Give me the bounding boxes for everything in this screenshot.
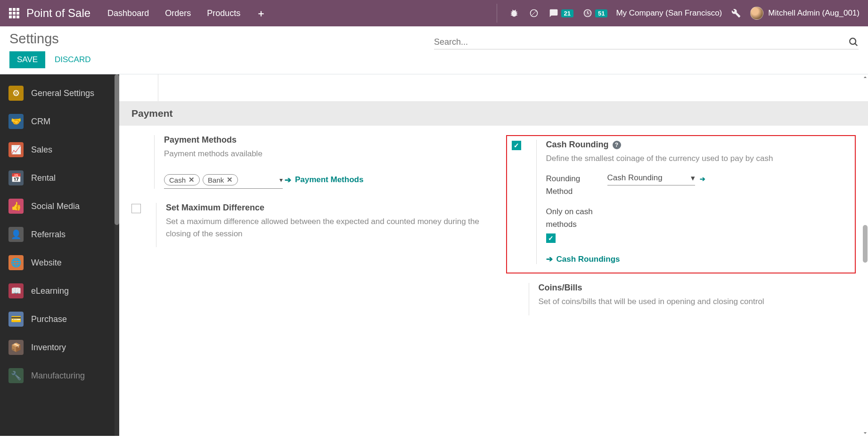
avatar <box>750 7 763 20</box>
book-icon: 📖 <box>8 283 24 298</box>
save-button[interactable]: SAVE <box>9 51 45 68</box>
link-label: Cash Roundings <box>557 255 620 264</box>
label-rounding-method: Rounding Method <box>546 172 598 198</box>
nav-divider <box>497 4 497 23</box>
top-nav: Point of Sale Dashboard Orders Products … <box>0 0 868 26</box>
sidebar-item-label: Manufacturing <box>31 371 85 381</box>
setting-title: Payment Methods <box>164 135 482 145</box>
setting-body: Cash Rounding ? Define the smallest coin… <box>536 140 851 264</box>
sidebar-item-label: CRM <box>31 117 50 127</box>
setting-body: Payment Methods Payment methods availabl… <box>154 135 482 189</box>
settings-main: Payment Payment Methods Payment methods … <box>119 74 868 436</box>
setting-desc: Set of coins/bills that will be used in … <box>539 296 856 308</box>
dropdown-caret-icon[interactable]: ▾ <box>279 176 283 184</box>
external-link-icon[interactable]: ➔ <box>700 175 705 183</box>
dropdown-caret-icon[interactable]: ▾ <box>691 173 695 183</box>
user-name: Mitchell Admin (Aug_001) <box>768 8 860 18</box>
menu-add-icon[interactable]: ＋ <box>256 7 266 20</box>
row-rounding-method: Rounding Method Cash Rounding ▾ ➔ <box>546 172 851 198</box>
label-only-cash: Only on cash methods <box>546 205 593 231</box>
sidebar-item-manufacturing[interactable]: 🔧Manufacturing <box>0 362 119 390</box>
control-panel: Settings SAVE DISCARD <box>0 26 868 74</box>
tag-label: Bank <box>208 176 224 184</box>
bug-icon[interactable] <box>508 8 520 19</box>
tag-cash[interactable]: Cash✕ <box>164 174 200 185</box>
user-menu[interactable]: Mitchell Admin (Aug_001) <box>750 7 860 20</box>
menu-products[interactable]: Products <box>207 8 240 18</box>
sidebar-item-social[interactable]: 👍Social Media <box>0 192 119 220</box>
checkbox-only-cash[interactable] <box>546 233 556 243</box>
scroll-down-icon[interactable] <box>863 431 867 435</box>
support-icon[interactable] <box>528 8 540 19</box>
link-label: Payment Methods <box>295 175 363 185</box>
spacer <box>158 74 158 101</box>
setting-max-diff: Set Maximum Difference Set a maximum dif… <box>131 203 482 247</box>
sidebar-item-rental[interactable]: 📅Rental <box>0 164 119 192</box>
chart-icon: 📈 <box>8 142 24 157</box>
arrow-right-icon: ➔ <box>285 175 291 185</box>
gear-icon: ⚙ <box>8 86 24 101</box>
title-text: Cash Rounding <box>546 140 609 150</box>
setting-payment-methods: Payment Methods Payment methods availabl… <box>154 135 482 189</box>
tools-icon[interactable] <box>730 8 742 19</box>
body: ⚙General Settings 🤝CRM 📈Sales 📅Rental 👍S… <box>0 74 868 436</box>
rounding-method-select[interactable]: Cash Rounding ▾ <box>607 172 695 185</box>
remove-icon[interactable]: ✕ <box>227 176 233 184</box>
app-brand[interactable]: Point of Sale <box>26 7 90 20</box>
link-cash-roundings[interactable]: ➔ Cash Roundings <box>546 254 620 264</box>
messages-badge: 21 <box>561 9 573 17</box>
sidebar-item-crm[interactable]: 🤝CRM <box>0 107 119 136</box>
menu-dashboard[interactable]: Dashboard <box>107 8 149 18</box>
sidebar-item-inventory[interactable]: 📦Inventory <box>0 333 119 362</box>
sidebar-item-label: Referrals <box>31 230 66 240</box>
company-switcher[interactable]: My Company (San Francisco) <box>616 8 722 18</box>
setting-coins-bills: Coins/Bills Set of coins/bills that will… <box>529 283 856 315</box>
messages-button[interactable]: 21 <box>548 8 573 19</box>
sidebar-item-label: eLearning <box>31 286 69 296</box>
sidebar-item-label: Website <box>31 258 62 268</box>
menu-orders[interactable]: Orders <box>165 8 191 18</box>
main-scroll-thumb[interactable] <box>863 225 868 263</box>
settings-col-right: Cash Rounding ? Define the smallest coin… <box>494 135 868 329</box>
handshake-icon: 🤝 <box>8 114 24 129</box>
payment-methods-field[interactable]: Cash✕ Bank✕ ▾ <box>164 172 283 189</box>
settings-col-left: Payment Methods Payment methods availabl… <box>119 135 494 329</box>
sidebar-item-sales[interactable]: 📈Sales <box>0 136 119 164</box>
sidebar-item-website[interactable]: 🌐Website <box>0 249 119 277</box>
remove-icon[interactable]: ✕ <box>188 176 195 184</box>
main-scrollbar[interactable] <box>862 74 868 436</box>
row-only-cash: Only on cash methods <box>546 205 851 243</box>
sidebar-item-referrals[interactable]: 👤Referrals <box>0 220 119 249</box>
checkbox-cash-rounding[interactable] <box>512 141 521 150</box>
person-icon: 👤 <box>8 227 24 242</box>
select-value: Cash Rounding <box>607 173 663 183</box>
tag-label: Cash <box>169 176 186 184</box>
sidebar-item-elearning[interactable]: 📖eLearning <box>0 277 119 305</box>
sidebar-scrollbar[interactable] <box>115 74 119 436</box>
setting-title: Set Maximum Difference <box>166 203 482 213</box>
calendar-icon: 📅 <box>8 170 24 185</box>
setting-body: Set Maximum Difference Set a maximum dif… <box>156 203 482 247</box>
activities-badge: 51 <box>595 9 607 17</box>
card-icon: 💳 <box>8 312 24 327</box>
settings-grid: Payment Methods Payment methods availabl… <box>119 126 868 329</box>
settings-sidebar: ⚙General Settings 🤝CRM 📈Sales 📅Rental 👍S… <box>0 74 119 436</box>
sidebar-scroll-thumb[interactable] <box>115 74 119 225</box>
discard-button[interactable]: DISCARD <box>47 51 98 68</box>
tag-bank[interactable]: Bank✕ <box>203 174 238 185</box>
search-icon[interactable] <box>848 37 859 47</box>
checkbox-max-diff[interactable] <box>131 204 141 213</box>
sidebar-item-label: Social Media <box>31 201 80 211</box>
sidebar-item-purchase[interactable]: 💳Purchase <box>0 305 119 333</box>
sidebar-item-general[interactable]: ⚙General Settings <box>0 79 119 107</box>
search-input[interactable] <box>434 37 848 47</box>
link-payment-methods[interactable]: ➔ Payment Methods <box>285 175 363 185</box>
apps-icon[interactable] <box>8 8 20 19</box>
help-icon[interactable]: ? <box>613 141 621 149</box>
setting-body: Coins/Bills Set of coins/bills that will… <box>529 283 856 315</box>
scroll-up-icon[interactable] <box>863 75 867 79</box>
globe-icon: 🌐 <box>8 255 24 270</box>
activities-button[interactable]: 51 <box>582 8 607 19</box>
setting-desc: Set a maximum difference allowed between… <box>166 216 482 240</box>
search-bar[interactable] <box>434 35 859 49</box>
